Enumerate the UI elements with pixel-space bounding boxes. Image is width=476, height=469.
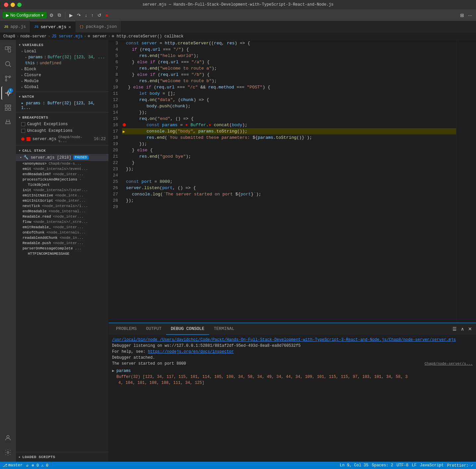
- test-icon[interactable]: [1, 116, 15, 129]
- chevron-right-icon: ▸: [25, 56, 27, 59]
- tab-debug-console[interactable]: DEBUG CONSOLE: [166, 323, 209, 335]
- minimize-button[interactable]: [11, 3, 15, 7]
- errors-warnings[interactable]: ⊗ 0 ⚠ 0: [31, 463, 48, 468]
- prettier-status[interactable]: Prettier: ✓: [447, 463, 473, 468]
- ts-icon: JS: [34, 25, 38, 29]
- split-icon[interactable]: ⧉: [56, 11, 62, 19]
- variables-header[interactable]: ▾ VARIABLES: [16, 41, 108, 48]
- stack-frame-init[interactable]: init <node_internals>/inter...: [16, 187, 108, 193]
- svg-rect-12: [9, 108, 11, 110]
- uncaught-exceptions-item[interactable]: Uncaught Exceptions: [16, 128, 108, 134]
- local-group[interactable]: ▾ Local: [16, 48, 108, 54]
- chevron-down-icon: ▾: [20, 156, 22, 159]
- language-mode[interactable]: JavaScript: [420, 463, 444, 468]
- code-line-14: });: [122, 109, 456, 116]
- debug-stop-icon[interactable]: ■: [104, 11, 109, 19]
- git-branch[interactable]: ⎇ master: [3, 463, 23, 468]
- more-icon[interactable]: ···: [467, 11, 473, 19]
- cursor-position[interactable]: Ln 9, Col 35: [340, 463, 368, 468]
- stack-frame-anonymous[interactable]: <anonymous> Chap8/node-s...: [16, 161, 108, 166]
- debug-icon[interactable]: 1: [1, 86, 15, 100]
- close-tab-icon[interactable]: ✕: [68, 24, 71, 30]
- breakpoints-section: ▾ BREAKPOINTS Caught Exceptions Uncaught…: [16, 112, 108, 145]
- closure-group[interactable]: ▸ Closure: [16, 72, 108, 78]
- chevron-right-icon: ▸: [21, 101, 26, 106]
- stack-frame-process-ticks[interactable]: processTicksAndRejections ·: [16, 177, 108, 182]
- call-stack-main-frame[interactable]: ▾ 🔧 server.mjs [2818] PAUSED: [16, 154, 108, 161]
- svg-point-5: [5, 76, 7, 78]
- stack-frame-flow[interactable]: flow <node_internals>/_stre...: [16, 219, 108, 225]
- search-icon[interactable]: [1, 57, 15, 71]
- watch-header[interactable]: ▾ WATCH: [16, 93, 108, 100]
- debug-restart-icon[interactable]: ↺: [96, 11, 103, 19]
- uncaught-exceptions-checkbox[interactable]: [21, 129, 25, 133]
- svg-point-15: [7, 451, 9, 453]
- account-icon[interactable]: [1, 431, 15, 444]
- stack-frame-emitreadable[interactable]: emitReadable_ <node_inter...: [16, 225, 108, 230]
- global-group[interactable]: ▸ Global: [16, 84, 108, 90]
- server-mjs-checkbox[interactable]: [27, 137, 30, 141]
- split-editor-icon[interactable]: ⊞: [459, 11, 465, 19]
- debug-continue-icon[interactable]: ▶: [68, 11, 74, 19]
- extensions-icon[interactable]: [1, 101, 15, 114]
- source-control-icon[interactable]: [1, 72, 15, 85]
- run-config-button[interactable]: ▶ No Configuration ▾: [3, 12, 47, 19]
- console-line-2: Debugger listening on ws://127.0.0.1:528…: [112, 343, 473, 349]
- code-line-25: const port = 8000;: [122, 179, 456, 185]
- stack-frame-endreadablent[interactable]: endReadableNT <node_inter...: [16, 172, 108, 177]
- stack-frame-readable-push[interactable]: Readable.push <node_inter...: [16, 240, 108, 246]
- stack-frame-nexttick[interactable]: nextTick <node_internals>/i...: [16, 203, 108, 209]
- stack-frame-tickobject[interactable]: TickObject: [16, 182, 108, 187]
- explorer-icon[interactable]: [1, 43, 15, 56]
- console-line-1: /usr/local/bin/node /Users/davidchoi/Cod…: [112, 337, 473, 343]
- call-stack-header[interactable]: ▾ CALL STACK: [16, 147, 108, 154]
- stack-frame-readableaddchunk[interactable]: readableAddChunk <node_in...: [16, 235, 108, 240]
- stack-frame-parseronmessage[interactable]: parserOnMessageComplete ...: [16, 246, 108, 251]
- panel-collapse-icon[interactable]: ∧: [459, 325, 465, 333]
- encoding[interactable]: UTF-8: [396, 463, 408, 468]
- tab-problems[interactable]: PROBLEMS: [111, 323, 141, 335]
- stack-frame-emitinitnative[interactable]: emitInitNative <node_inte...: [16, 193, 108, 198]
- svg-point-3: [6, 62, 10, 66]
- module-label: Module: [24, 79, 38, 83]
- stack-frame-emit[interactable]: emit <node_internals>/event...: [16, 166, 108, 172]
- watch-section: ▾ WATCH ▸ params : Buffer(32) [123, 34, …: [16, 91, 108, 112]
- debug-stepout-icon[interactable]: ↑: [90, 11, 95, 19]
- panel-close-icon[interactable]: ✕: [467, 325, 473, 333]
- caught-exceptions-item[interactable]: Caught Exceptions: [16, 121, 108, 128]
- params-var[interactable]: ▸ params : Buffer(32) [123, 34, ...: [16, 54, 108, 60]
- module-group[interactable]: ▸ Module: [16, 78, 108, 84]
- tab-package-json[interactable]: {} package.json: [76, 21, 121, 32]
- stack-frame-readable-read[interactable]: Readable.read <node_inter...: [16, 214, 108, 219]
- debug-stepinto-icon[interactable]: ↓: [84, 11, 89, 19]
- loaded-scripts-header[interactable]: ▸ LOADED SCRIPTS: [16, 453, 108, 460]
- maximize-button[interactable]: [17, 3, 22, 7]
- tab-server-mjs[interactable]: JS server.mjs ✕: [30, 21, 76, 32]
- tab-app-js[interactable]: JS app.js: [0, 21, 30, 32]
- line-ending[interactable]: LF: [412, 463, 416, 468]
- code-line-21: res.end("good bye");: [122, 153, 456, 160]
- settings-icon[interactable]: ⚙: [48, 11, 55, 19]
- close-button[interactable]: [4, 3, 8, 7]
- stack-frame-oneofchunk[interactable]: onEofChunk <node_internals...: [16, 230, 108, 235]
- stack-frame-httpincoming[interactable]: HTTPINCOMINGMESSAGE: [16, 251, 108, 256]
- settings-icon[interactable]: [1, 446, 15, 459]
- debug-stepover-icon[interactable]: ↷: [76, 11, 82, 19]
- code-line-3: const server = http.createServer((req, r…: [122, 40, 456, 46]
- watch-params[interactable]: ▸ params : Buffer(32) [123, 34, 1...: [16, 100, 108, 111]
- clear-console-icon[interactable]: ☰: [451, 325, 458, 333]
- code-editor[interactable]: 3 4 5 6 7 8 9 10 11 12 13 14 15 16: [109, 40, 476, 323]
- block-group[interactable]: ▸ Block: [16, 66, 108, 72]
- tab-terminal[interactable]: TERMINAL: [209, 323, 239, 335]
- indentation[interactable]: Spaces: 2: [372, 463, 393, 468]
- breakpoints-header[interactable]: ▾ BREAKPOINTS: [16, 114, 108, 121]
- stack-frame-emitinitscipt[interactable]: emitInitScript <node_inter...: [16, 198, 108, 203]
- stack-frame-endreadable[interactable]: endReadable <node_internal...: [16, 209, 108, 214]
- sync-status[interactable]: ↺: [26, 463, 28, 468]
- debug-console-content[interactable]: /usr/local/bin/node /Users/davidchoi/Cod…: [109, 335, 476, 462]
- js-icon: JS: [4, 25, 8, 29]
- server-mjs-breakpoint[interactable]: server.mjs Chap8/node-s... 16:22: [16, 134, 108, 144]
- breadcrumb-file[interactable]: JS server.mjs: [52, 34, 83, 39]
- caught-exceptions-checkbox[interactable]: [21, 122, 25, 126]
- tab-output[interactable]: OUTPUT: [141, 323, 166, 335]
